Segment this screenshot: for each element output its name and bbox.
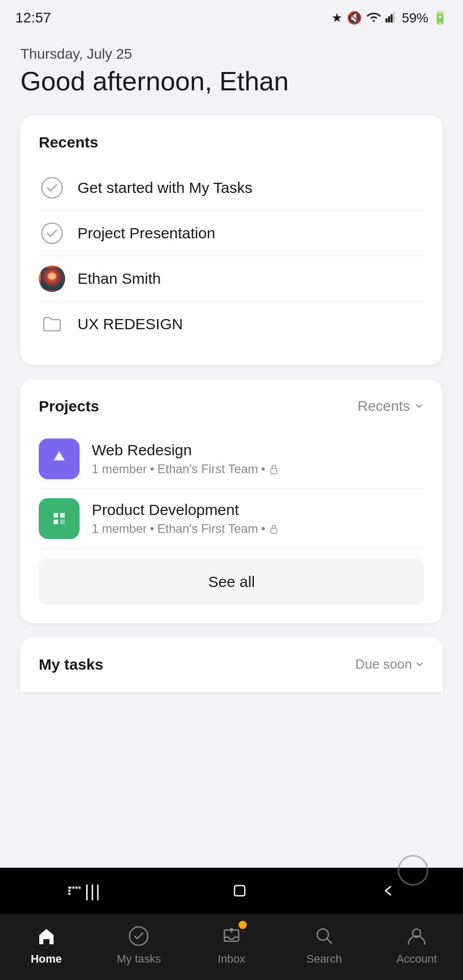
svg-rect-23 bbox=[235, 886, 245, 896]
svg-rect-9 bbox=[54, 513, 58, 518]
bottom-nav: Home My tasks Inbox bbox=[0, 914, 463, 980]
home-icon bbox=[33, 923, 60, 949]
folder-icon bbox=[39, 311, 65, 337]
task-check-icon-2 bbox=[39, 220, 65, 247]
bluetooth-icon: ★ bbox=[331, 11, 343, 25]
status-icons: ★ 🔇 59% 🔋 bbox=[331, 10, 448, 26]
recent-item-1[interactable]: Get started with My Tasks bbox=[39, 165, 424, 211]
project-2-info: Product Development 1 member • Ethan's F… bbox=[92, 501, 279, 536]
recent-item-3[interactable]: Ethan Smith bbox=[39, 256, 424, 302]
see-all-button[interactable]: See all bbox=[39, 559, 424, 605]
recents-card: Recents Get started with My Tasks Projec… bbox=[20, 115, 443, 365]
nav-home[interactable]: Home bbox=[0, 923, 93, 966]
project-1-info: Web Redesign 1 member • Ethan's First Te… bbox=[92, 442, 279, 476]
account-icon bbox=[403, 923, 430, 949]
svg-point-5 bbox=[42, 223, 62, 243]
svg-point-14 bbox=[130, 927, 148, 945]
recent-item-4-label: UX REDESIGN bbox=[78, 315, 183, 333]
my-tasks-icon bbox=[125, 923, 152, 949]
status-bar: 12:57 ★ 🔇 59% 🔋 bbox=[0, 0, 463, 36]
person-avatar bbox=[39, 265, 65, 292]
task-check-icon-1 bbox=[39, 175, 65, 201]
wifi-icon bbox=[366, 10, 381, 26]
svg-rect-0 bbox=[385, 18, 388, 22]
project-2-name: Product Development bbox=[92, 501, 279, 519]
greeting-section: Thursday, July 25 Good afternoon, Ethan bbox=[20, 46, 443, 97]
menu-button[interactable]: ||| bbox=[64, 880, 101, 901]
projects-title: Projects bbox=[39, 398, 99, 415]
svg-rect-17 bbox=[68, 887, 71, 889]
nav-inbox-label: Inbox bbox=[218, 952, 245, 966]
inbox-badge bbox=[239, 921, 247, 929]
project-1-meta: 1 member • Ethan's First Team • bbox=[92, 462, 279, 476]
svg-point-15 bbox=[317, 929, 328, 940]
svg-rect-20 bbox=[79, 887, 81, 889]
svg-point-4 bbox=[42, 178, 62, 198]
recent-item-4[interactable]: UX REDESIGN bbox=[39, 302, 424, 347]
project-item-1[interactable]: Web Redesign 1 member • Ethan's First Te… bbox=[39, 429, 424, 489]
projects-filter[interactable]: Recents bbox=[357, 398, 424, 414]
project-item-2[interactable]: Product Development 1 member • Ethan's F… bbox=[39, 489, 424, 549]
search-icon bbox=[311, 923, 338, 949]
nav-my-tasks-label: My tasks bbox=[117, 952, 161, 966]
svg-rect-8 bbox=[271, 469, 277, 474]
svg-rect-12 bbox=[60, 520, 65, 524]
web-redesign-icon bbox=[39, 438, 80, 479]
battery-text: 59% bbox=[402, 10, 428, 26]
svg-point-7 bbox=[48, 273, 57, 280]
svg-rect-22 bbox=[68, 893, 70, 895]
nav-search-label: Search bbox=[306, 952, 342, 966]
svg-rect-3 bbox=[393, 12, 395, 22]
nav-search[interactable]: Search bbox=[278, 923, 371, 966]
my-tasks-filter[interactable]: Due soon bbox=[355, 656, 424, 672]
project-2-meta: 1 member • Ethan's First Team • bbox=[92, 522, 279, 536]
greeting-text: Good afternoon, Ethan bbox=[20, 66, 443, 97]
projects-header: Projects Recents bbox=[39, 398, 424, 415]
recents-title: Recents bbox=[39, 134, 424, 151]
svg-rect-1 bbox=[388, 16, 390, 22]
mute-icon: 🔇 bbox=[347, 11, 362, 25]
home-button[interactable] bbox=[229, 880, 250, 901]
greeting-date: Thursday, July 25 bbox=[20, 46, 443, 62]
signal-icon bbox=[385, 10, 398, 26]
system-nav: ||| bbox=[0, 868, 463, 914]
nav-account-label: Account bbox=[396, 952, 437, 966]
product-dev-icon bbox=[39, 498, 80, 539]
recent-item-2-label: Project Presentation bbox=[78, 225, 215, 242]
svg-rect-2 bbox=[391, 14, 393, 22]
status-time: 12:57 bbox=[15, 10, 51, 26]
projects-card: Projects Recents Web Redesign 1 member • bbox=[20, 379, 443, 623]
svg-rect-19 bbox=[75, 887, 78, 889]
recent-item-3-label: Ethan Smith bbox=[78, 270, 161, 287]
nav-inbox[interactable]: Inbox bbox=[185, 923, 278, 966]
svg-rect-21 bbox=[68, 890, 70, 892]
nav-home-label: Home bbox=[31, 952, 62, 966]
battery-icon: 🔋 bbox=[432, 11, 448, 25]
recent-item-2[interactable]: Project Presentation bbox=[39, 211, 424, 256]
svg-rect-10 bbox=[60, 513, 65, 518]
my-tasks-card: My tasks Due soon bbox=[20, 638, 443, 692]
back-button[interactable] bbox=[378, 880, 399, 901]
inbox-icon bbox=[218, 923, 245, 949]
svg-rect-13 bbox=[271, 528, 277, 533]
main-content: Thursday, July 25 Good afternoon, Ethan … bbox=[0, 36, 463, 980]
recent-item-1-label: Get started with My Tasks bbox=[78, 179, 252, 197]
project-1-name: Web Redesign bbox=[92, 442, 279, 459]
my-tasks-title: My tasks bbox=[39, 656, 104, 673]
svg-rect-11 bbox=[54, 520, 58, 524]
nav-account[interactable]: Account bbox=[370, 923, 463, 966]
nav-my-tasks[interactable]: My tasks bbox=[93, 923, 186, 966]
svg-rect-18 bbox=[72, 887, 74, 889]
